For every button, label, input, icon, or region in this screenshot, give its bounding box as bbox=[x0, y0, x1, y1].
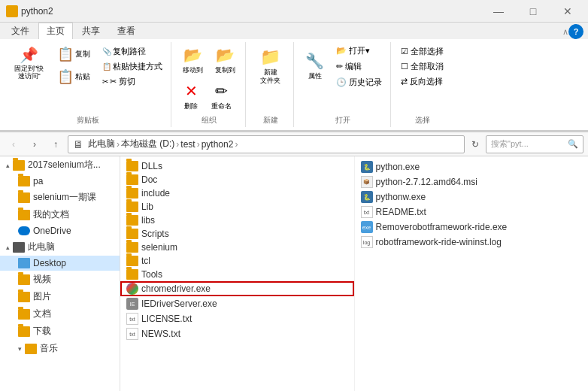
window-title: python2 bbox=[21, 6, 53, 17]
folder-icon bbox=[18, 309, 30, 320]
copy-to-button[interactable]: 📂 复制到 bbox=[210, 44, 241, 77]
rename-button[interactable]: ✏ 重命名 bbox=[206, 80, 237, 114]
music-folder-icon bbox=[25, 344, 37, 354]
select-none-button[interactable]: ☐ 全部取消 bbox=[397, 59, 447, 74]
properties-button[interactable]: 🔧 属性 bbox=[300, 44, 329, 89]
sidebar-item-downloads[interactable]: 下载 bbox=[0, 323, 120, 340]
new-folder-button[interactable]: 📁 新建文件夹 bbox=[252, 44, 289, 89]
folder-icon bbox=[126, 215, 138, 226]
folder-icon bbox=[18, 326, 30, 337]
sidebar-label: Desktop bbox=[33, 258, 66, 268]
sidebar-item-mydocs[interactable]: 我的文档 bbox=[0, 206, 120, 223]
history-button[interactable]: 🕒 历史记录 bbox=[332, 75, 386, 89]
sidebar-item-video[interactable]: 视频 bbox=[0, 271, 120, 288]
breadcrumb-disk[interactable]: 本地磁盘 (D:) bbox=[121, 138, 174, 150]
back-button[interactable]: ‹ bbox=[5, 135, 23, 153]
list-item[interactable]: txt NEWS.txt bbox=[120, 326, 354, 341]
ribbon-group-clipboard: 📌 固定到"快速访问" 📋 复制 📋 粘贴 📎 bbox=[5, 42, 171, 127]
edit-button[interactable]: ✏ 编辑 bbox=[332, 59, 386, 74]
forward-button[interactable]: › bbox=[26, 135, 44, 153]
minimize-button[interactable]: — bbox=[481, 0, 516, 23]
ribbon-content: 📌 固定到"快速访问" 📋 复制 📋 粘贴 📎 bbox=[0, 39, 588, 132]
list-item[interactable]: txt LICENSE.txt bbox=[120, 311, 354, 326]
list-item[interactable]: Tools bbox=[120, 268, 354, 281]
help-button[interactable]: ? bbox=[568, 24, 583, 39]
select-all-button[interactable]: ☑ 全部选择 bbox=[397, 44, 447, 59]
sidebar-item-docs[interactable]: 文档 bbox=[0, 305, 120, 323]
pin-button[interactable]: 📌 固定到"快速访问" bbox=[9, 44, 49, 83]
maximize-button[interactable]: □ bbox=[516, 0, 550, 23]
folder-icon bbox=[126, 188, 138, 199]
close-button[interactable]: ✕ bbox=[550, 0, 585, 23]
sidebar-label: 此电脑 bbox=[28, 241, 55, 253]
sidebar-item-2017selenium[interactable]: ▴ 2017selenium培... bbox=[0, 156, 120, 174]
list-item[interactable]: IE IEDriverServer.exe bbox=[120, 296, 354, 311]
ribbon-tabs: 文件 主页 共享 查看 ∧ ? bbox=[0, 23, 588, 39]
folder-icon bbox=[126, 242, 138, 253]
sidebar-item-pa[interactable]: pa bbox=[0, 174, 120, 189]
exe-icon: exe bbox=[361, 221, 373, 233]
open-group-label: 打开 bbox=[335, 115, 350, 126]
expand-arrow: ▴ bbox=[6, 244, 10, 251]
list-item[interactable]: Doc bbox=[120, 173, 354, 186]
open-button[interactable]: 📂 打开▾ bbox=[332, 44, 386, 58]
tab-share[interactable]: 共享 bbox=[74, 23, 108, 39]
folder-icon bbox=[126, 229, 138, 239]
sidebar-item-pics[interactable]: 图片 bbox=[0, 288, 120, 305]
folder-icon bbox=[126, 256, 138, 266]
delete-button[interactable]: ✕ 删除 bbox=[177, 80, 205, 114]
address-bar[interactable]: 🖥 此电脑 › 本地磁盘 (D:) › test › python2 › bbox=[68, 135, 465, 153]
breadcrumb-thispc[interactable]: 此电脑 bbox=[88, 138, 115, 150]
organize-group-label: 组织 bbox=[202, 115, 217, 126]
ribbon-collapse-arrow[interactable]: ∧ bbox=[562, 27, 568, 37]
sidebar-item-onedrive[interactable]: OneDrive bbox=[0, 223, 120, 238]
sidebar-label: 下载 bbox=[33, 325, 51, 338]
list-item[interactable]: Lib bbox=[120, 200, 354, 214]
sidebar-item-selenium[interactable]: selenium一期课 bbox=[0, 189, 120, 206]
breadcrumb-python2[interactable]: python2 bbox=[202, 139, 234, 150]
refresh-button[interactable]: ↻ bbox=[468, 137, 483, 152]
chromedriver-icon bbox=[126, 283, 138, 295]
txt-icon: txt bbox=[126, 313, 138, 325]
list-item[interactable]: libs bbox=[120, 214, 354, 227]
up-button[interactable]: ↑ bbox=[47, 135, 65, 153]
ribbon: 文件 主页 共享 查看 ∧ ? 📌 固定到"快速访问" 📋 复制 bbox=[0, 23, 588, 132]
list-item[interactable]: DLLs bbox=[120, 159, 354, 173]
list-item[interactable]: selenium bbox=[120, 241, 354, 254]
list-item-chromedriver[interactable]: chromedriver.exe bbox=[120, 281, 354, 296]
move-to-button[interactable]: 📂 移动到 bbox=[177, 44, 208, 77]
ribbon-group-new: 📁 新建文件夹 新建 bbox=[247, 42, 294, 127]
list-item[interactable]: txt README.txt bbox=[355, 205, 589, 220]
copy-path-button[interactable]: 📎 复制路径 bbox=[99, 44, 166, 59]
nav-bar: ‹ › ↑ 🖥 此电脑 › 本地磁盘 (D:) › test › python2… bbox=[0, 132, 588, 156]
list-item[interactable]: include bbox=[120, 186, 354, 200]
tab-view[interactable]: 查看 bbox=[109, 23, 144, 39]
list-item[interactable]: exe Removerobotframework-ride.exe bbox=[355, 220, 589, 235]
breadcrumb-test[interactable]: test bbox=[180, 139, 195, 150]
folder-icon bbox=[18, 292, 30, 302]
list-item[interactable]: log robotframework-ride-wininst.log bbox=[355, 235, 589, 250]
sidebar-label: 2017selenium培... bbox=[28, 159, 101, 171]
sidebar-label: 我的文档 bbox=[33, 208, 69, 221]
sidebar-item-thispc[interactable]: ▴ 此电脑 bbox=[0, 238, 120, 256]
paste-button[interactable]: 📋 粘贴 bbox=[52, 66, 95, 87]
list-item[interactable]: tcl bbox=[120, 254, 354, 268]
list-item[interactable]: 🐍 pythonw.exe bbox=[355, 189, 589, 205]
list-item[interactable]: 🐍 python.exe bbox=[355, 159, 589, 174]
paste-shortcut-button[interactable]: 📋 粘贴快捷方式 bbox=[99, 59, 166, 74]
folder-icon bbox=[18, 274, 30, 285]
sidebar-item-desktop[interactable]: Desktop bbox=[0, 256, 120, 271]
sidebar-item-music[interactable]: ▾ 音乐 bbox=[0, 340, 120, 357]
sidebar-label: 文档 bbox=[33, 308, 51, 320]
tab-home[interactable]: 主页 bbox=[38, 23, 73, 39]
search-box[interactable]: 搜索"pyt... 🔍 bbox=[486, 135, 583, 153]
copy-button[interactable]: 📋 复制 bbox=[52, 44, 95, 65]
folder-icon bbox=[13, 160, 25, 171]
invert-select-button[interactable]: ⇄ 反向选择 bbox=[397, 74, 447, 89]
cut-button[interactable]: ✂ ✂ 剪切 bbox=[99, 74, 166, 89]
list-item[interactable]: Scripts bbox=[120, 227, 354, 241]
list-item[interactable]: 📦 python-2.7.12.amd64.msi bbox=[355, 174, 589, 189]
tab-file[interactable]: 文件 bbox=[3, 23, 38, 39]
exe-icon: IE bbox=[126, 298, 138, 310]
txt-icon: txt bbox=[126, 328, 138, 340]
